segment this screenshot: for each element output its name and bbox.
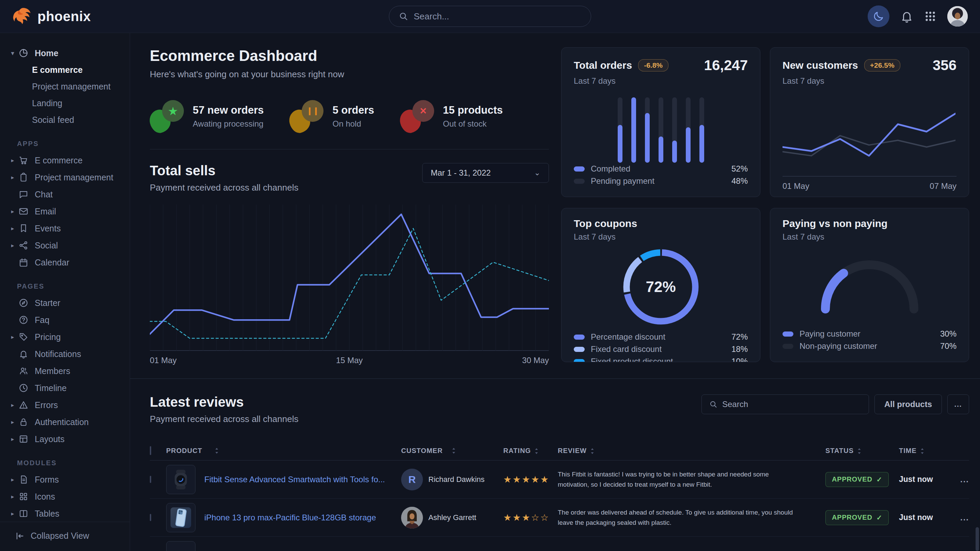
customer-avatar — [401, 507, 423, 529]
row-more-button[interactable]: ... — [960, 475, 969, 484]
bar-fill — [631, 97, 636, 163]
sidebar-section-label-pages: PAGES — [0, 283, 130, 290]
stat-star-icon: ★ — [150, 100, 184, 133]
status-badge: APPROVED✓ — [826, 472, 889, 487]
sidebar-item-email[interactable]: ▸Email — [0, 203, 130, 220]
sidebar-item-notifications[interactable]: ▸Notifications — [0, 345, 130, 362]
sidebar-item-e-commerce[interactable]: ▸E commerce — [0, 152, 130, 169]
table-row — [150, 537, 969, 551]
theme-toggle-button[interactable] — [868, 5, 889, 27]
sidebar-item-label: Project management — [35, 173, 113, 183]
bar-fill — [686, 127, 690, 163]
all-products-button[interactable]: All products — [875, 394, 942, 414]
sort-icon — [920, 448, 924, 454]
reviews-title: Latest reviews — [150, 394, 298, 410]
stat-sublabel: Out of stock — [443, 119, 503, 129]
sidebar-subitem-e-commerce[interactable]: E commerce — [0, 62, 130, 78]
sidebar-item-layouts[interactable]: ▸Layouts — [0, 430, 130, 448]
caret-down-icon: ▾ — [7, 50, 18, 57]
sidebar-item-home[interactable]: ▾Home — [0, 44, 130, 62]
card-title: Top coupons — [574, 218, 637, 229]
product-link[interactable]: iPhone 13 pro max-Pacific Blue-128GB sto… — [204, 513, 376, 522]
customer-name: Ashley Garrett — [428, 513, 476, 522]
sidebar-item-errors[interactable]: ▸Errors — [0, 397, 130, 413]
sidebar-item-members[interactable]: ▸Members — [0, 362, 130, 380]
bar-fill — [659, 137, 663, 163]
card-period: Last 7 days — [574, 232, 748, 241]
sidebar-item-icons[interactable]: ▸Icons — [0, 488, 130, 505]
sidebar-item-events[interactable]: ▸Events — [0, 220, 130, 237]
legend-item-non-paying-customer: Non-paying customer70% — [783, 340, 956, 352]
select-all-checkbox[interactable] — [150, 446, 151, 455]
sort-icon — [534, 448, 539, 454]
card-period: Last 7 days — [574, 76, 748, 86]
sidebar-item-label: Notifications — [35, 349, 81, 359]
search-icon — [399, 11, 408, 21]
apps-grid-button[interactable] — [924, 10, 936, 22]
caret-right-icon: ▸ — [7, 242, 18, 249]
sidebar-subitem-landing[interactable]: Landing — [0, 95, 130, 112]
sidebar-item-starter[interactable]: ▸Starter — [0, 294, 130, 311]
sidebar-item-pricing[interactable]: ▸Pricing — [0, 329, 130, 345]
brand-name: phoenix — [37, 9, 91, 24]
scrollbar-thumb[interactable] — [975, 527, 979, 551]
column-header-status[interactable]: STATUS — [817, 447, 899, 455]
column-header-time[interactable]: TIME — [899, 447, 953, 455]
sidebar-item-label: Home — [35, 48, 58, 58]
caret-right-icon: ▸ — [7, 333, 18, 341]
legend-label: Fixed card discount — [591, 345, 662, 354]
column-header-label: REVIEW — [558, 447, 587, 454]
collapsed-view-toggle[interactable]: Collapsed View — [15, 531, 130, 541]
sidebar-subitem-label: Social feed — [32, 115, 74, 125]
legend-swatch — [574, 359, 585, 362]
product-link[interactable]: Fitbit Sense Advanced Smartwatch with To… — [204, 475, 385, 484]
trend-badge: -6.8% — [638, 59, 668, 71]
legend-swatch — [783, 332, 794, 337]
divider — [150, 149, 549, 149]
row-more-button[interactable]: ... — [960, 513, 969, 522]
sidebar-item-label: Forms — [35, 475, 59, 484]
legend-value: 52% — [732, 164, 748, 173]
row-checkbox[interactable] — [150, 476, 151, 483]
bar-track — [645, 97, 650, 163]
legend-label: Percentage discount — [591, 332, 665, 342]
column-header-customer[interactable]: CUSTOMER — [401, 447, 503, 455]
sidebar-item-label: Pricing — [35, 332, 60, 342]
brand-logo[interactable]: phoenix — [12, 6, 91, 26]
legend-value: 48% — [732, 176, 748, 186]
caret-right-icon: ▸ — [7, 208, 18, 215]
sidebar-item-faq[interactable]: ▸Faq — [0, 311, 130, 329]
date-range-select[interactable]: Mar 1 - 31, 2022 ⌄ — [422, 163, 549, 183]
column-header-review[interactable]: REVIEW — [558, 447, 817, 455]
sidebar-item-calendar[interactable]: ▸Calendar — [0, 254, 130, 271]
row-checkbox[interactable] — [150, 514, 151, 521]
chat-icon — [18, 189, 29, 199]
reviews-search-input[interactable] — [722, 400, 861, 409]
total-sells-x-axis: 01 May 15 May 30 May — [150, 356, 549, 365]
avatar-letter: R — [408, 474, 416, 485]
page-subtitle: Here's what's going on at your business … — [150, 69, 549, 79]
sidebar-subitem-project-management[interactable]: Project management — [0, 78, 130, 95]
bar-track — [686, 97, 690, 163]
more-options-button[interactable]: ... — [947, 394, 969, 414]
sidebar-item-authentication[interactable]: ▸Authentication — [0, 413, 130, 430]
sidebar-item-chat[interactable]: ▸Chat — [0, 186, 130, 203]
sidebar-item-timeline[interactable]: ▸Timeline — [0, 380, 130, 397]
sidebar-item-label: Errors — [35, 400, 58, 410]
column-header-product[interactable]: PRODUCT — [166, 447, 401, 455]
total-sells-svg — [150, 205, 549, 351]
check-icon: ✓ — [877, 475, 883, 484]
user-avatar[interactable] — [947, 6, 968, 27]
sidebar-item-project-management[interactable]: ▸Project management — [0, 169, 130, 186]
global-search-input[interactable] — [414, 11, 581, 22]
notifications-button[interactable] — [900, 10, 913, 23]
sidebar-subitem-social-feed[interactable]: Social feed — [0, 112, 130, 128]
clock-icon — [18, 383, 29, 393]
sidebar-item-forms[interactable]: ▸Forms — [0, 471, 130, 488]
sidebar-item-social[interactable]: ▸Social — [0, 237, 130, 254]
total-sells-subtitle: Payment received across all channels — [150, 183, 298, 193]
stat-value: 15 products — [443, 104, 503, 116]
sidebar-item-tables[interactable]: ▸Tables — [0, 505, 130, 522]
caret-right-icon: ▸ — [7, 402, 18, 409]
column-header-rating[interactable]: RATING — [503, 447, 558, 455]
